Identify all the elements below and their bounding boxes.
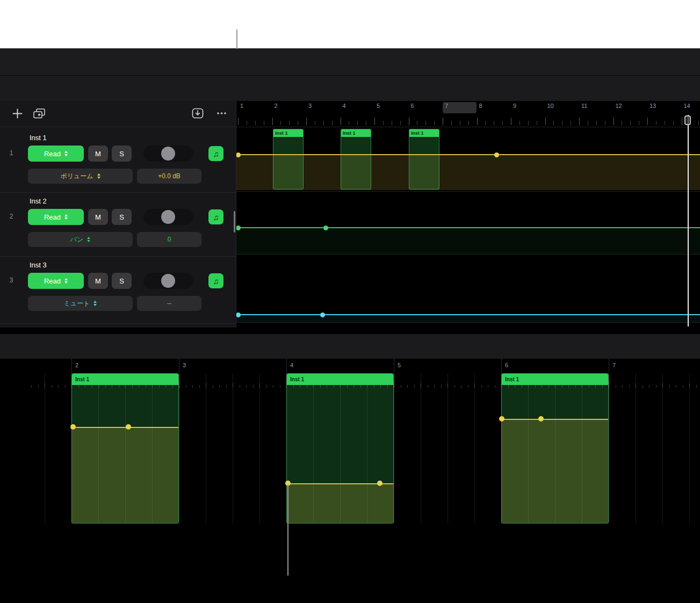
playhead[interactable] <box>688 115 689 326</box>
ruler-tick <box>630 121 631 125</box>
ruler-tick <box>233 383 233 388</box>
track-slider[interactable] <box>143 209 193 225</box>
ruler-tick <box>571 121 571 125</box>
bar-number: 2 <box>275 103 278 109</box>
ruler-tick <box>179 381 179 388</box>
ruler-tick <box>614 118 614 125</box>
ruler-tick <box>383 121 384 125</box>
automation-line[interactable] <box>236 314 700 315</box>
ruler-tick <box>673 121 674 125</box>
scrollbar-thumb[interactable] <box>234 211 235 233</box>
track-slider[interactable] <box>143 273 193 289</box>
automation-point[interactable] <box>236 226 241 230</box>
track-slider[interactable] <box>143 146 193 162</box>
instrument-button[interactable]: ♫ <box>208 209 223 224</box>
automation-point[interactable] <box>126 424 131 430</box>
mute-button[interactable]: M <box>88 146 108 162</box>
automation-point[interactable] <box>236 152 241 157</box>
ruler-tick <box>341 118 341 125</box>
automation-mode-dropdown[interactable]: Read <box>28 146 84 162</box>
ruler-tick <box>495 385 495 388</box>
updown-icon <box>93 301 97 307</box>
bar-number: 6 <box>411 103 414 109</box>
bar-number: 3 <box>308 103 312 109</box>
track-name[interactable]: Inst 3 <box>30 261 47 269</box>
ruler-tick <box>247 121 247 125</box>
automation-point[interactable] <box>320 313 325 317</box>
bar-number: 4 <box>290 362 293 368</box>
ruler-tick <box>451 121 452 125</box>
track-lanes-area[interactable]: 1234567891011121314Inst 1Inst 1Inst 1 <box>236 101 700 328</box>
instrument-button[interactable]: ♫ <box>208 146 223 161</box>
automation-point[interactable] <box>377 481 383 486</box>
automation-point[interactable] <box>499 416 504 422</box>
parameter-dropdown[interactable]: ボリューム <box>28 169 133 184</box>
midi-region[interactable]: Inst 1 <box>71 373 179 524</box>
track-more-button[interactable] <box>214 108 228 118</box>
solo-button[interactable]: S <box>112 146 132 162</box>
ruler-tick <box>428 385 428 388</box>
ruler-tick <box>421 383 421 388</box>
parameter-value[interactable]: 0 <box>137 232 201 247</box>
automation-point[interactable] <box>323 226 328 230</box>
updown-icon <box>97 173 100 179</box>
updown-icon <box>64 214 68 220</box>
automation-point[interactable] <box>70 424 76 430</box>
automation-point[interactable] <box>494 152 499 157</box>
playhead-handle[interactable] <box>684 115 691 125</box>
automation-point[interactable] <box>236 313 241 317</box>
automation-editor-area[interactable]: 234567Inst 1Inst 1Inst 1 <box>0 359 700 524</box>
panel-separator <box>0 192 236 193</box>
track-number: 3 <box>0 277 23 284</box>
duplicate-track-button[interactable] <box>32 107 46 120</box>
ruler-tick <box>425 121 426 125</box>
automation-mode-dropdown[interactable]: Read <box>28 209 84 225</box>
automation-line[interactable] <box>72 427 178 428</box>
track-name[interactable]: Inst 2 <box>30 197 47 205</box>
parameter-value[interactable]: +0.0 dB <box>137 169 201 184</box>
import-button[interactable] <box>191 106 205 120</box>
grid-line <box>636 373 636 524</box>
track-number: 1 <box>0 149 23 157</box>
panel-separator <box>0 127 236 127</box>
ruler-tick <box>562 121 562 125</box>
bar-number: 4 <box>343 103 346 109</box>
screenshot-canvas: Fireworks <box>0 0 700 603</box>
mute-button[interactable]: M <box>88 209 108 225</box>
add-track-button[interactable] <box>11 106 24 120</box>
automation-line[interactable] <box>236 154 700 155</box>
automation-mode-dropdown[interactable]: Read <box>28 273 84 289</box>
midi-region[interactable]: Inst 1 <box>286 373 394 524</box>
ruler-tick <box>682 118 682 125</box>
automation-fill <box>236 315 700 322</box>
track-name[interactable]: Inst 1 <box>30 134 47 142</box>
grid-line <box>662 373 663 524</box>
ruler-tick <box>622 121 622 125</box>
parameter-dropdown[interactable]: パン <box>28 232 133 247</box>
slider-knob[interactable] <box>161 274 175 288</box>
region-label: Inst 1 <box>409 129 439 137</box>
midi-region[interactable]: Inst 1 <box>501 373 609 524</box>
grid-line <box>689 373 690 524</box>
ruler-tick <box>417 121 417 125</box>
instrument-button[interactable]: ♫ <box>208 273 223 288</box>
automation-line[interactable] <box>502 419 608 420</box>
parameter-dropdown[interactable]: ミュート <box>28 296 133 311</box>
region-label: Inst 1 <box>502 374 608 385</box>
slider-knob[interactable] <box>161 147 175 161</box>
parameter-value[interactable]: -- <box>137 296 201 311</box>
automation-fill <box>236 228 700 254</box>
ruler-tick <box>468 121 469 125</box>
mute-button[interactable]: M <box>88 273 108 289</box>
solo-button[interactable]: S <box>112 273 132 289</box>
note-icon: ♫ <box>213 213 219 222</box>
ruler-tick <box>643 385 643 388</box>
ruler-tick <box>636 383 636 388</box>
bar-number: 12 <box>616 103 622 109</box>
solo-button[interactable]: S <box>112 209 132 225</box>
automation-line[interactable] <box>236 227 700 228</box>
ruler-tick <box>280 385 280 388</box>
automation-point[interactable] <box>538 416 544 422</box>
ruler-tick <box>52 385 52 388</box>
slider-knob[interactable] <box>161 210 175 224</box>
